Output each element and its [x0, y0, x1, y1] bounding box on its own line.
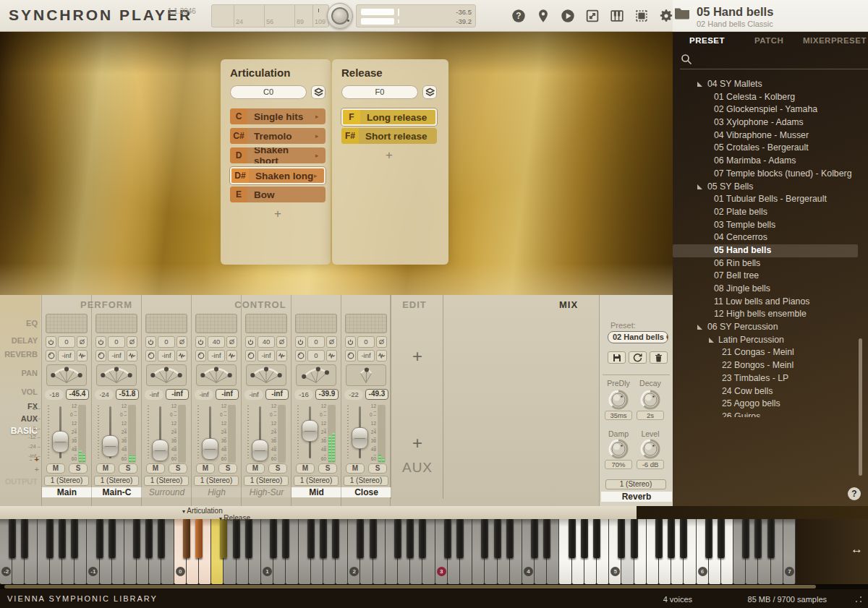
reverb-knob-icon[interactable] [295, 350, 306, 361]
phase-invert-icon[interactable]: Ø [176, 336, 187, 348]
preset-tree-item[interactable]: 23 Timbales - LP [673, 372, 868, 385]
solo-button[interactable]: S [318, 463, 337, 474]
keyboard-scroll-track[interactable] [0, 584, 868, 589]
locate-icon[interactable] [535, 8, 551, 24]
pan-pad[interactable] [196, 364, 237, 386]
row-label-pan[interactable]: PAN [0, 369, 38, 377]
delay-value[interactable]: 0 [58, 336, 75, 348]
volume-peak-value[interactable]: -45.4 [66, 389, 89, 400]
articulation-item[interactable]: CSingle hits▸ [230, 108, 326, 124]
delay-value[interactable]: 0 [357, 336, 375, 348]
reverb-knob-icon[interactable] [46, 350, 56, 361]
help-icon[interactable]: ? [511, 8, 527, 24]
pan-pad[interactable] [46, 364, 87, 386]
volume-peak-value[interactable]: -39.9 [315, 389, 339, 400]
piano-key-black[interactable] [109, 519, 116, 558]
search-icon[interactable] [681, 53, 692, 65]
pan-pad[interactable] [96, 364, 137, 386]
eq-display[interactable] [245, 314, 287, 333]
piano-key-black[interactable] [59, 519, 66, 558]
phase-invert-icon[interactable]: Ø [276, 336, 287, 348]
fader-handle[interactable] [252, 440, 268, 461]
piano-key-black[interactable] [71, 519, 78, 558]
knob-level[interactable] [639, 438, 661, 460]
fader-handle[interactable] [302, 420, 318, 442]
solo-button[interactable]: S [169, 463, 187, 474]
piano-key-black[interactable] [357, 519, 364, 558]
output-selector[interactable]: 1 (Stereo) [94, 476, 139, 486]
resize-icon[interactable] [584, 8, 600, 24]
play-icon[interactable] [560, 8, 576, 24]
mute-button[interactable]: M [296, 463, 315, 474]
waveform-icon[interactable] [176, 350, 187, 361]
preset-tree-item[interactable]: 03 Xylophone - Adams [673, 116, 868, 129]
reverb-send-value[interactable]: -inf [357, 350, 375, 361]
mute-button[interactable]: M [146, 463, 165, 474]
volume-peak-value[interactable]: -51.8 [116, 389, 139, 400]
delay-power-icon[interactable] [95, 336, 106, 348]
piano-key-black[interactable] [394, 519, 401, 558]
phase-invert-icon[interactable]: Ø [226, 336, 237, 348]
volume-value[interactable]: -24 [95, 390, 114, 400]
reverb-knob-icon[interactable] [195, 350, 206, 361]
row-label-vol[interactable]: VOL [0, 388, 38, 396]
delay-value[interactable]: 0 [108, 336, 125, 348]
settings-icon[interactable] [658, 8, 674, 24]
piano-key-black[interactable] [754, 519, 762, 558]
output-selector[interactable]: 1 (Stereo) [344, 476, 388, 486]
preset-tree-item[interactable]: 04 Cencerros [673, 231, 868, 244]
save-icon[interactable] [608, 351, 626, 364]
reverb-send-value[interactable]: -inf [258, 350, 275, 361]
delay-value[interactable]: 0 [158, 336, 175, 348]
piano-key-black[interactable] [531, 519, 538, 558]
fader-handle[interactable] [102, 435, 119, 457]
piano-key-black[interactable] [46, 519, 54, 558]
delay-power-icon[interactable] [295, 336, 306, 348]
phase-invert-icon[interactable]: Ø [77, 336, 88, 348]
piano-key-black[interactable] [444, 519, 451, 558]
mute-button[interactable]: M [96, 463, 115, 474]
piano-key-black[interactable] [705, 519, 712, 558]
preset-tree-item[interactable]: 06 Marimba - Adams [673, 155, 868, 168]
tab-edit[interactable]: EDIT [393, 299, 436, 310]
reverb-send-value[interactable]: 0 [307, 350, 325, 361]
piano-key-black[interactable] [220, 519, 227, 558]
resize-grip-icon[interactable] [855, 596, 862, 603]
delete-icon[interactable] [650, 351, 668, 364]
piano-key-black[interactable] [655, 519, 663, 558]
piano-key-black[interactable] [370, 519, 377, 558]
volume-value[interactable]: -18 [45, 390, 64, 400]
release-keyswitch-dropdown[interactable]: F0 [341, 85, 418, 99]
add-release-button[interactable]: + [341, 148, 437, 163]
piano-key-black[interactable] [21, 519, 28, 558]
reverb-output-selector[interactable]: 1 (Stereo) [605, 479, 666, 489]
channel-name[interactable]: Close [341, 487, 391, 497]
piano-key-black[interactable] [133, 519, 140, 558]
eq-display[interactable] [145, 314, 187, 333]
release-item[interactable]: F#Short release [341, 128, 437, 144]
knob-decay[interactable] [639, 389, 661, 411]
delay-power-icon[interactable] [345, 336, 356, 348]
knob-value[interactable]: 2s [637, 411, 664, 420]
piano-key-black[interactable] [456, 519, 464, 558]
release-item[interactable]: FLong release [341, 108, 437, 126]
preset-tree-item[interactable]: 05 Hand bells [673, 244, 858, 257]
preset-tree-item[interactable]: 02 Glockenspiel - Yamaha [673, 103, 868, 116]
piano-key-black[interactable] [158, 519, 165, 558]
volume-value[interactable]: -16 [294, 390, 313, 400]
velocity-crossfade-display[interactable]: 245689109 [211, 4, 329, 27]
bus-add-button[interactable]: + [22, 465, 39, 474]
articulation-item[interactable]: DShaken short▸ [230, 147, 326, 163]
mute-button[interactable]: M [246, 463, 265, 474]
preset-tree-item[interactable]: 02 Plate bells [673, 206, 868, 219]
reverb-knob-icon[interactable] [145, 350, 156, 361]
solo-button[interactable]: S [69, 463, 88, 474]
waveform-icon[interactable] [127, 350, 137, 361]
solo-button[interactable]: S [368, 463, 387, 474]
volume-peak-value[interactable]: -inf [216, 389, 239, 400]
fader-handle[interactable] [52, 431, 69, 453]
eq-display[interactable] [46, 314, 88, 333]
pan-pad[interactable] [146, 364, 187, 386]
channel-name[interactable]: High [192, 487, 242, 497]
eq-display[interactable] [345, 314, 387, 333]
